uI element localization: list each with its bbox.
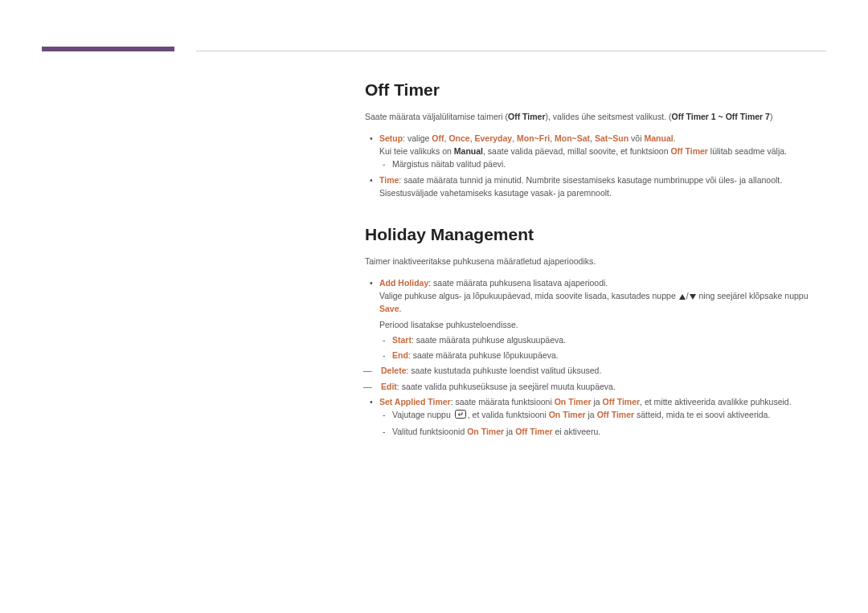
set-applied-item: Set Applied Timer: saate määrata funktsi… <box>379 395 826 438</box>
holiday-dash-list: Delete: saate kustutada puhkuste loendis… <box>365 364 826 393</box>
holiday-heading: Holiday Management <box>365 225 826 244</box>
holiday-list: Add Holiday: saate määrata puhkusena lis… <box>365 276 826 362</box>
add-holiday-item: Add Holiday: saate määrata puhkusena lis… <box>379 276 826 362</box>
holiday-intro: Taimer inaktiveeritakse puhkusena määrat… <box>365 255 826 268</box>
header-divider <box>196 51 826 51</box>
set-applied-sub1: Vajutage nuppu , et valida funktsiooni O… <box>392 408 826 422</box>
set-applied-sub2: Valitud funktsioonid On Timer ja Off Tim… <box>392 425 826 438</box>
off-timer-list: Setup: valige Off, Once, Everyday, Mon~F… <box>365 132 826 199</box>
page-content: Off Timer Saate määrata väljalülitamise … <box>365 80 826 440</box>
set-applied-list: Set Applied Timer: saate määrata funktsi… <box>365 395 826 438</box>
off-timer-heading: Off Timer <box>365 80 826 100</box>
enter-icon <box>455 409 466 422</box>
off-timer-intro: Saate määrata väljalülitamise taimeri (O… <box>365 111 826 124</box>
setup-sub-note: Märgistus näitab valitud päevi. <box>392 157 826 170</box>
setup-item: Setup: valige Off, Once, Everyday, Mon~F… <box>379 132 826 171</box>
edit-item: Edit: saate valida puhkuseüksuse ja seej… <box>375 380 826 393</box>
accent-bar <box>42 47 174 51</box>
arrow-down-icon <box>690 294 696 300</box>
start-item: Start: saate määrata puhkuse alguskuupäe… <box>392 333 826 346</box>
time-item: Time: saate määrata tunnid ja minutid. N… <box>379 174 826 200</box>
delete-item: Delete: saate kustutada puhkuste loendis… <box>375 364 826 377</box>
arrow-up-icon <box>679 294 686 300</box>
end-item: End: saate määrata puhkuse lõpukuupäeva. <box>392 349 826 362</box>
